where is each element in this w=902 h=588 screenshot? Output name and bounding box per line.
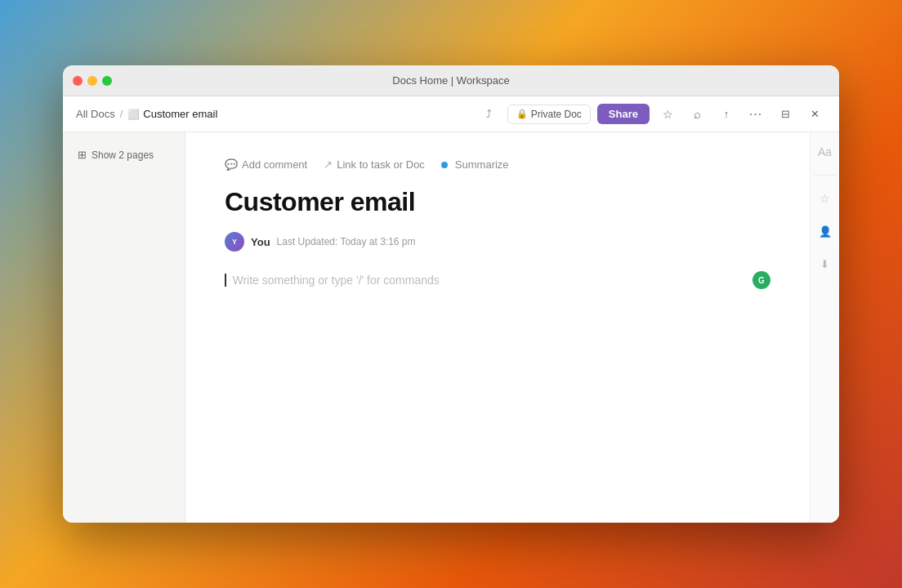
breadcrumb-separator: / bbox=[120, 108, 123, 120]
doc-meta: Y You Last Updated: Today at 3:16 pm bbox=[225, 232, 770, 252]
main-area: ⊞ Show 2 pages 💬 Add comment ↗ Link to t… bbox=[63, 132, 839, 523]
doc-icon: ⬜ bbox=[127, 109, 140, 120]
ai-icon[interactable]: G bbox=[752, 271, 770, 289]
person-add-icon[interactable]: 👤 bbox=[815, 221, 835, 241]
show-pages-button[interactable]: ⊞ Show 2 pages bbox=[73, 145, 159, 164]
traffic-lights bbox=[73, 76, 112, 86]
add-comment-label: Add comment bbox=[242, 158, 307, 171]
text-size-icon[interactable]: Aa bbox=[815, 142, 835, 162]
private-doc-label: Private Doc bbox=[531, 109, 582, 120]
search-button[interactable]: ⌕ bbox=[685, 103, 708, 126]
doc-area: 💬 Add comment ↗ Link to task or Doc Summ… bbox=[185, 132, 839, 523]
minimize-button[interactable] bbox=[87, 76, 97, 86]
placeholder-text: Write something or type '/' for commands bbox=[233, 274, 440, 287]
last-updated: Last Updated: Today at 3:16 pm bbox=[277, 236, 416, 247]
titlebar: Docs Home | Workspace bbox=[63, 65, 839, 96]
right-panel: Aa ☆ 👤 ⬇ bbox=[810, 132, 839, 523]
close-window-button[interactable]: ✕ bbox=[803, 103, 826, 126]
breadcrumb-parent[interactable]: All Docs bbox=[76, 108, 115, 120]
ai-badge[interactable]: G bbox=[752, 271, 770, 289]
link-task-btn[interactable]: ↗ Link to task or Doc bbox=[324, 158, 425, 171]
doc-action-toolbar: 💬 Add comment ↗ Link to task or Doc Summ… bbox=[225, 158, 770, 171]
toolbar-actions: ⤴ 🔒 Private Doc Share ☆ ⌕ ↑ ··· ⊟ ✕ bbox=[478, 103, 826, 126]
add-comment-btn[interactable]: 💬 Add comment bbox=[225, 158, 307, 171]
download-icon[interactable]: ⬇ bbox=[815, 254, 835, 274]
more-button[interactable]: ··· bbox=[744, 103, 767, 126]
summarize-dot bbox=[441, 162, 448, 168]
breadcrumb: All Docs / ⬜ Customer email bbox=[76, 108, 471, 120]
editor-placeholder[interactable]: Write something or type '/' for commands… bbox=[225, 271, 770, 289]
link-task-label: Link to task or Doc bbox=[337, 158, 425, 171]
summarize-label: Summarize bbox=[455, 158, 509, 171]
comment-icon: 💬 bbox=[225, 158, 238, 171]
star-button[interactable]: ☆ bbox=[656, 103, 679, 126]
document-title[interactable]: Customer email bbox=[225, 187, 770, 217]
text-cursor bbox=[225, 274, 226, 287]
divider bbox=[814, 175, 837, 176]
maximize-button[interactable] bbox=[102, 76, 112, 86]
show-pages-label: Show 2 pages bbox=[92, 149, 154, 161]
lock-icon: 🔒 bbox=[516, 109, 528, 119]
link-icon: ↗ bbox=[324, 158, 333, 171]
breadcrumb-current: ⬜ Customer email bbox=[127, 108, 217, 120]
sidebar: ⊞ Show 2 pages bbox=[63, 132, 185, 523]
author-name: You bbox=[251, 236, 270, 248]
export-button[interactable]: ↑ bbox=[715, 103, 738, 126]
window-title: Docs Home | Workspace bbox=[392, 74, 509, 87]
star-right-icon[interactable]: ☆ bbox=[815, 189, 835, 208]
private-doc-badge[interactable]: 🔒 Private Doc bbox=[507, 105, 591, 124]
pages-icon: ⊞ bbox=[78, 149, 87, 161]
toolbar: All Docs / ⬜ Customer email ⤴ 🔒 Private … bbox=[63, 96, 839, 132]
minimize-window-button[interactable]: ⊟ bbox=[774, 103, 797, 126]
doc-content[interactable]: 💬 Add comment ↗ Link to task or Doc Summ… bbox=[185, 132, 810, 523]
close-button[interactable] bbox=[73, 76, 83, 86]
summarize-btn[interactable]: Summarize bbox=[441, 158, 509, 171]
share-button[interactable]: Share bbox=[597, 104, 650, 124]
author-avatar: Y bbox=[225, 232, 244, 252]
share-icon-btn[interactable]: ⤴ bbox=[478, 103, 501, 126]
breadcrumb-current-label: Customer email bbox=[143, 108, 217, 120]
